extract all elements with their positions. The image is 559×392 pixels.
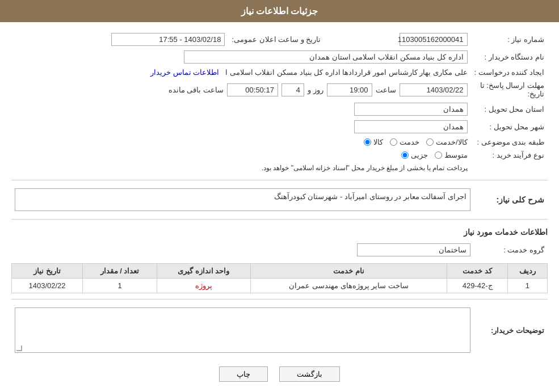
col-row: ردیف: [507, 264, 547, 279]
general-desc-label: شرح کلی نیاز:: [474, 186, 548, 213]
services-table: ردیف کد خدمت نام خدمت واحد اندازه گیری ت…: [11, 263, 548, 293]
col-count: تعداد / مقدار: [83, 264, 157, 279]
cell-unit: پروژه: [157, 279, 250, 293]
page-header: جزئیات اطلاعات نیاز: [0, 0, 559, 22]
service-group-label: گروه خدمت :: [474, 241, 548, 259]
days-input: 4: [281, 83, 304, 96]
page-title: جزئیات اطلاعات نیاز: [241, 6, 318, 16]
buyer-desc-table: توضیحات خریدار:: [11, 305, 548, 355]
table-row: 1 ج-42-429 ساخت سایر پروژه‌های مهندسی عم…: [12, 279, 548, 293]
buyer-org-input: اداره کل بنیاد مسکن انقلاب اسلامی استان …: [184, 50, 468, 64]
city-input: همدان: [354, 120, 468, 133]
resize-handle[interactable]: [16, 345, 22, 351]
radio-kala-item: کالا: [364, 138, 383, 146]
deadline-time-input: 19:00: [327, 83, 372, 96]
buyer-desc-box: [15, 307, 470, 353]
requester-label: ایجاد کننده درخواست :: [471, 66, 548, 79]
service-group-table: گروه خدمت : ساختمان: [11, 241, 548, 259]
back-button[interactable]: بازگشت: [279, 366, 340, 382]
radio-kala-label: کالا: [373, 138, 383, 146]
days-label: روز و: [308, 86, 323, 94]
cell-row: 1: [507, 279, 547, 293]
remaining-label: ساعت باقی مانده: [169, 86, 224, 94]
province-label: استان محل تحویل :: [471, 100, 548, 118]
deadline-date-input: 1403/02/22: [400, 83, 468, 96]
city-label: شهر محل تحویل :: [471, 118, 548, 136]
cell-count: 1: [83, 279, 157, 293]
col-name: نام خدمت: [250, 264, 447, 279]
radio-jozvi-item: جزیی: [401, 151, 428, 159]
cell-date: 1403/02/22: [12, 279, 83, 293]
buyer-org-label: نام دستگاه خریدار :: [471, 48, 548, 66]
buttons-row: بازگشت چاپ: [11, 366, 548, 382]
cell-code: ج-42-429: [447, 279, 507, 293]
cell-name: ساخت سایر پروژه‌های مهندسی عمران: [250, 279, 447, 293]
radio-khedmat-item: خدمت: [390, 138, 419, 146]
radio-motevaset-label: متوسط: [444, 151, 468, 159]
col-code: کد خدمت: [447, 264, 507, 279]
radio-kala[interactable]: [364, 138, 371, 146]
info-table: شماره نیاز : 1103005162000041 تاریخ و سا…: [11, 31, 548, 174]
radio-khedmat-label: خدمت: [400, 138, 419, 146]
general-desc-value: اجرای آسفالت معابر در روستای امیرآباد - …: [11, 186, 474, 213]
deadline-label: مهلت ارسال پاسخ: تا تاریخ:: [471, 79, 548, 100]
public-announce-input: 1403/02/18 - 17:55: [111, 33, 225, 46]
divider-1: [11, 180, 548, 180]
category-label: طبقه بندی موضوعی :: [471, 136, 548, 149]
services-section-title: اطلاعات خدمات مورد نیاز: [11, 227, 548, 237]
general-desc-table: شرح کلی نیاز: اجرای آسفالت معابر در روست…: [11, 186, 548, 213]
divider-3: [11, 299, 548, 300]
print-button[interactable]: چاپ: [219, 366, 268, 382]
city-value: همدان: [11, 118, 471, 136]
radio-motevaset-item: متوسط: [435, 151, 468, 159]
buyer-desc-container: [11, 305, 474, 355]
radio-jozvi-label: جزیی: [411, 151, 428, 159]
radio-kala-khedmat-item: کالا/خدمت: [426, 138, 468, 146]
purchase-type-label: نوع فرآیند خرید :: [471, 149, 548, 162]
general-desc-input: اجرای آسفالت معابر در روستای امیرآباد - …: [15, 188, 470, 211]
public-announce-value: 1403/02/18 - 17:55: [11, 31, 228, 48]
need-number-input: 1103005162000041: [400, 33, 468, 46]
public-announce-label: تاریخ و ساعت اعلان عمومی:: [228, 31, 324, 48]
purchase-note: پرداخت تمام یا بخشی از مبلغ خریدار محل "…: [11, 162, 471, 174]
col-date: تاریخ نیاز: [12, 264, 83, 279]
time-label: ساعت: [376, 86, 396, 94]
radio-khedmat[interactable]: [390, 138, 397, 146]
radio-motevaset[interactable]: [435, 151, 442, 159]
requester-value: علی مکاری بهار کارشناس امور قراردادها اد…: [11, 66, 471, 79]
province-value: همدان: [11, 100, 471, 118]
radio-jozvi[interactable]: [401, 151, 409, 159]
deadline-row: 1403/02/22 ساعت 19:00 روز و 4 00:5: [11, 79, 471, 100]
radio-kala-khedmat-label: کالا/خدمت: [436, 138, 468, 146]
radio-kala-khedmat[interactable]: [426, 138, 434, 146]
need-number-label: شماره نیاز :: [471, 31, 548, 48]
col-unit: واحد اندازه گیری: [157, 264, 250, 279]
purchase-type-value: متوسط جزیی: [11, 149, 471, 162]
category-value: کالا/خدمت خدمت کالا: [11, 136, 471, 149]
need-number-value: 1103005162000041: [335, 31, 470, 48]
service-group-value: ساختمان: [11, 241, 474, 259]
requester-link[interactable]: اطلاعات تماس خریدار: [150, 68, 219, 77]
remaining-time-input: 00:50:17: [227, 83, 278, 96]
divider-2: [11, 219, 548, 220]
buyer-org-value: اداره کل بنیاد مسکن انقلاب اسلامی استان …: [11, 48, 471, 66]
province-input: همدان: [354, 103, 468, 116]
service-group-input: ساختمان: [357, 243, 470, 256]
buyer-desc-label: توضیحات خریدار:: [474, 305, 548, 355]
